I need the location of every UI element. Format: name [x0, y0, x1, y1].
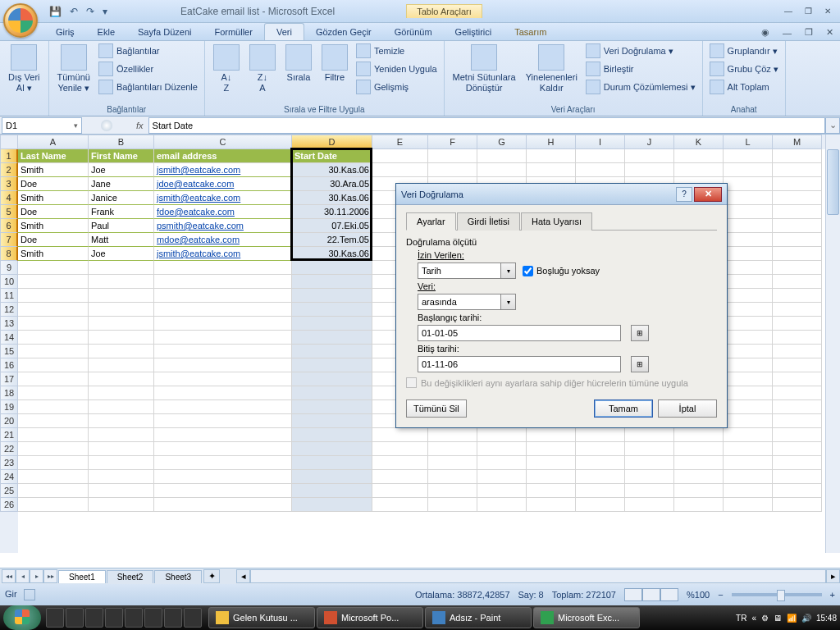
cell[interactable]: [527, 442, 576, 456]
cell[interactable]: [292, 498, 372, 512]
cell[interactable]: [292, 414, 372, 428]
cell[interactable]: Smith: [18, 163, 89, 177]
view-pagebreak-icon[interactable]: [660, 588, 678, 601]
cell[interactable]: [18, 275, 89, 289]
cell[interactable]: Joe: [89, 163, 154, 177]
cell[interactable]: [18, 317, 89, 331]
cell[interactable]: [773, 484, 822, 498]
cell[interactable]: [724, 345, 773, 358]
ribbon-button[interactable]: Gruplandır ▾: [708, 43, 780, 59]
cell[interactable]: [154, 317, 292, 331]
row-header-2[interactable]: 2: [0, 163, 18, 177]
cell[interactable]: jsmith@eatcake.com: [154, 247, 292, 261]
cell[interactable]: [292, 400, 372, 414]
cell[interactable]: [625, 149, 674, 163]
cell[interactable]: 30.Kas.06: [292, 191, 372, 205]
row-header-25[interactable]: 25: [0, 484, 18, 498]
ribbon-button[interactable]: Alt Toplam: [708, 79, 780, 95]
office-button[interactable]: [3, 3, 38, 38]
cell[interactable]: [477, 442, 527, 456]
cell[interactable]: [372, 149, 428, 163]
cell[interactable]: [292, 303, 372, 317]
cell[interactable]: [292, 317, 372, 331]
cell[interactable]: Joe: [89, 247, 154, 261]
ok-button[interactable]: Tamam: [594, 399, 653, 418]
cell[interactable]: [674, 428, 724, 442]
cell[interactable]: [527, 498, 576, 512]
cell[interactable]: [724, 275, 773, 289]
cell[interactable]: [773, 372, 822, 386]
data-combo[interactable]: arasında▾: [418, 294, 516, 310]
cell[interactable]: [724, 442, 773, 456]
cell[interactable]: [773, 247, 822, 261]
qat-more-icon[interactable]: ▾: [101, 6, 109, 17]
cell[interactable]: psmith@eatcake.com: [154, 219, 292, 233]
cell[interactable]: [89, 484, 154, 498]
cell[interactable]: 30.Kas.06: [292, 163, 372, 177]
cell[interactable]: jdoe@eatcake.com: [154, 177, 292, 191]
cell[interactable]: [292, 358, 372, 372]
cell[interactable]: Jane: [89, 177, 154, 191]
cell[interactable]: [773, 205, 822, 219]
cell[interactable]: email address: [154, 149, 292, 163]
cell[interactable]: [89, 331, 154, 345]
cell[interactable]: Smith: [18, 191, 89, 205]
cell[interactable]: [18, 372, 89, 386]
doc-min-button[interactable]: —: [779, 4, 797, 19]
cell[interactable]: First Name: [89, 149, 154, 163]
cell[interactable]: [18, 442, 89, 456]
cell[interactable]: [724, 414, 773, 428]
row-header-7[interactable]: 7: [0, 233, 18, 247]
formula-expand-icon[interactable]: ⌄: [825, 117, 840, 134]
tray-clock[interactable]: 15:48: [816, 614, 837, 623]
cell[interactable]: [527, 428, 576, 442]
cell[interactable]: [154, 442, 292, 456]
zoom-level[interactable]: %100: [687, 590, 710, 600]
cell[interactable]: [89, 428, 154, 442]
cell[interactable]: [89, 372, 154, 386]
cell[interactable]: [89, 261, 154, 275]
ql-icon[interactable]: [85, 608, 103, 628]
row-header-17[interactable]: 17: [0, 372, 18, 386]
ribbon-tab-görünüm[interactable]: Görünüm: [383, 24, 444, 40]
end-date-input[interactable]: 01-11-06: [418, 356, 621, 372]
cell[interactable]: [372, 456, 428, 470]
cell[interactable]: [154, 400, 292, 414]
col-header-D[interactable]: D: [292, 135, 372, 149]
cell[interactable]: [773, 470, 822, 484]
cell[interactable]: [724, 247, 773, 261]
cell[interactable]: [372, 428, 428, 442]
cell[interactable]: [292, 484, 372, 498]
row-header-12[interactable]: 12: [0, 303, 18, 317]
ribbon-button[interactable]: Temizle: [354, 43, 439, 59]
cell[interactable]: [89, 358, 154, 372]
tab-input-message[interactable]: Girdi İletisi: [457, 212, 520, 231]
cell[interactable]: jsmith@eatcake.com: [154, 163, 292, 177]
cell[interactable]: [724, 163, 773, 177]
cell[interactable]: [154, 470, 292, 484]
cell[interactable]: Janice: [89, 191, 154, 205]
cell[interactable]: Doe: [18, 205, 89, 219]
cell[interactable]: [18, 470, 89, 484]
row-header-23[interactable]: 23: [0, 456, 18, 470]
cell[interactable]: Frank: [89, 205, 154, 219]
tray-volume-icon[interactable]: 🔊: [801, 614, 811, 623]
cell[interactable]: [477, 484, 527, 498]
sheet-tab-sheet3[interactable]: Sheet3: [154, 570, 202, 583]
cell[interactable]: [724, 372, 773, 386]
cell[interactable]: [724, 289, 773, 303]
cell[interactable]: [773, 163, 822, 177]
cell[interactable]: [154, 358, 292, 372]
ql-icon[interactable]: [125, 608, 143, 628]
ql-icon[interactable]: [105, 608, 123, 628]
cell[interactable]: [428, 149, 477, 163]
row-header-20[interactable]: 20: [0, 414, 18, 428]
cell[interactable]: [674, 442, 724, 456]
zoom-slider[interactable]: [732, 593, 822, 596]
cell[interactable]: [625, 484, 674, 498]
cell[interactable]: [773, 428, 822, 442]
ribbon-button[interactable]: Veri Doğrulama ▾: [584, 43, 697, 59]
cell[interactable]: [576, 484, 625, 498]
cell[interactable]: fdoe@eatcake.com: [154, 205, 292, 219]
cell[interactable]: [625, 442, 674, 456]
